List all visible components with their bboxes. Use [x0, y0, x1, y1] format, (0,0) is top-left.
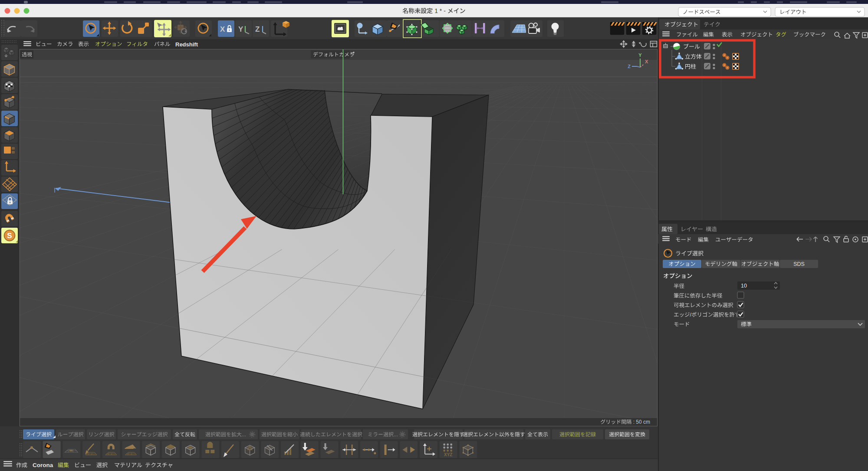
svg-text:X: X — [645, 59, 648, 64]
svg-text:/: / — [690, 312, 692, 318]
svg-text:Y: Y — [638, 52, 642, 58]
svg-text:Redshift: Redshift — [175, 41, 198, 48]
svg-text:XYZ: XYZ — [444, 452, 452, 457]
svg-text:Y: Y — [238, 25, 243, 33]
svg-text:Z: Z — [628, 64, 631, 69]
svg-text:...: ... — [394, 432, 398, 438]
svg-text:Z: Z — [255, 25, 260, 33]
svg-text:...: ... — [242, 432, 246, 438]
svg-text:S: S — [7, 232, 12, 240]
svg-text:1 * -: 1 * - — [433, 7, 447, 14]
svg-text:: 50 cm: : 50 cm — [631, 419, 650, 425]
svg-text:Corona: Corona — [33, 462, 53, 468]
svg-text:X: X — [220, 25, 225, 33]
svg-text:10: 10 — [741, 283, 747, 289]
svg-text:SDS: SDS — [793, 261, 805, 267]
